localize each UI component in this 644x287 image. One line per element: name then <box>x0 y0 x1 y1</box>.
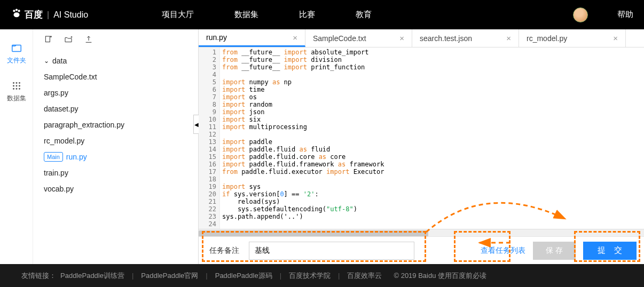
nav-contest[interactable]: 比赛 <box>299 10 315 20</box>
file-label: args.py <box>44 89 68 97</box>
file-train[interactable]: train.py <box>33 165 198 181</box>
folder-data[interactable]: ⌄ data <box>33 53 198 69</box>
nav-help[interactable]: 帮助 <box>617 10 633 20</box>
svg-point-9 <box>15 85 17 87</box>
editor-area: ◀ run.py× SampleCode.txt× search.test.js… <box>199 29 644 264</box>
file-dataset[interactable]: dataset.py <box>33 101 198 117</box>
svg-rect-14 <box>45 36 50 42</box>
editor-tabs: run.py× SampleCode.txt× search.test.json… <box>199 29 644 47</box>
footer-link-3[interactable]: PaddlePaddle源码 <box>215 271 272 281</box>
rail-files-label: 文件夹 <box>7 56 26 65</box>
file-run[interactable]: Main run.py <box>33 149 198 165</box>
task-note-label: 任务备注 <box>209 246 239 256</box>
tab-label: run.py <box>206 33 227 42</box>
collapse-handle[interactable]: ◀ <box>193 115 199 134</box>
submit-button[interactable]: 提 交 <box>583 242 637 260</box>
nav-edu[interactable]: 教育 <box>356 10 372 20</box>
file-args[interactable]: args.py <box>33 85 198 101</box>
file-label: run.py <box>66 153 87 161</box>
tab-search[interactable]: search.test.json× <box>412 29 519 47</box>
svg-point-3 <box>14 12 20 17</box>
tab-label: rc_model.py <box>527 34 567 43</box>
file-tree: ⌄ data SampleCode.txt args.py dataset.py… <box>33 51 198 199</box>
footer-link-4[interactable]: 百度技术学院 <box>289 271 331 281</box>
file-label: paragraph_extraction.py <box>44 121 124 129</box>
close-icon[interactable]: × <box>613 34 618 43</box>
top-nav: 百度 | AI Studio 项目大厅 数据集 比赛 教育 帮助 <box>0 0 644 29</box>
file-rc[interactable]: rc_model.py <box>33 133 198 149</box>
save-button[interactable]: 保 存 <box>533 242 576 260</box>
studio-text: AI Studio <box>53 10 88 20</box>
file-para[interactable]: paragraph_extraction.py <box>33 117 198 133</box>
close-icon[interactable]: × <box>506 34 511 43</box>
tab-label: SampleCode.txt <box>313 34 366 43</box>
footer-link-5[interactable]: 百度效率云 <box>347 271 382 281</box>
svg-point-11 <box>13 88 14 90</box>
file-label: dataset.py <box>44 105 78 113</box>
rail-files[interactable]: 文件夹 <box>7 42 26 65</box>
svg-point-10 <box>19 85 20 87</box>
action-bar: 任务备注 查看任务列表 保 存 提 交 <box>199 236 644 264</box>
close-icon[interactable]: × <box>293 33 297 42</box>
nav-datasets[interactable]: 数据集 <box>234 10 258 20</box>
svg-point-6 <box>15 82 17 84</box>
main-area: 文件夹 数据集 ⌄ data SampleCode.txt args.py da… <box>0 29 644 264</box>
tab-label: search.test.json <box>420 34 472 43</box>
svg-point-7 <box>19 82 20 84</box>
code-lines[interactable]: from __future__ import absolute_importfr… <box>220 47 644 229</box>
new-file-icon[interactable] <box>44 35 52 45</box>
svg-point-5 <box>13 82 14 84</box>
file-label: rc_model.py <box>44 137 84 145</box>
rail-datasets[interactable]: 数据集 <box>7 80 26 103</box>
code-editor[interactable]: 123456789101112131415161718192021222324 … <box>199 47 644 229</box>
close-icon[interactable]: × <box>399 34 404 43</box>
tab-run[interactable]: run.py× <box>199 29 305 47</box>
file-label: train.py <box>44 169 68 177</box>
tab-rc[interactable]: rc_model.py× <box>519 29 626 47</box>
view-tasks-link[interactable]: 查看任务列表 <box>481 246 525 256</box>
footer: 友情链接： PaddlePaddle训练营| PaddlePaddle官网| P… <box>0 264 644 287</box>
chevron-down-icon: ⌄ <box>44 57 49 65</box>
footer-link-2[interactable]: PaddlePaddle官网 <box>141 271 198 281</box>
file-toolbar <box>33 29 198 51</box>
main-tag: Main <box>44 152 63 162</box>
tab-sample[interactable]: SampleCode.txt× <box>305 29 412 47</box>
file-panel: ⌄ data SampleCode.txt args.py dataset.py… <box>33 29 199 264</box>
upload-icon[interactable] <box>84 35 93 45</box>
svg-point-1 <box>15 9 18 11</box>
h-scrollbar[interactable] <box>199 229 644 236</box>
icon-rail: 文件夹 数据集 <box>0 29 33 264</box>
baidu-logo: 百度 <box>11 7 43 22</box>
file-vocab[interactable]: vocab.py <box>33 181 198 197</box>
file-label: vocab.py <box>44 185 74 193</box>
paw-icon <box>11 7 22 22</box>
svg-point-2 <box>18 10 20 12</box>
footer-link-1[interactable]: PaddlePaddle训练营 <box>60 271 124 281</box>
task-note-input[interactable] <box>249 242 414 260</box>
file-sample[interactable]: SampleCode.txt <box>33 69 198 85</box>
line-gutter: 123456789101112131415161718192021222324 <box>199 47 220 229</box>
svg-point-0 <box>13 10 15 12</box>
footer-copy: © 2019 Baidu 使用百度前必读 <box>394 271 486 281</box>
nav-links: 项目大厅 数据集 比赛 教育 <box>136 10 387 20</box>
new-folder-icon[interactable] <box>64 35 73 45</box>
file-label: SampleCode.txt <box>44 73 97 81</box>
brand-logo[interactable]: 百度 | AI Studio <box>11 7 88 22</box>
svg-point-8 <box>13 85 14 87</box>
svg-point-12 <box>15 88 17 90</box>
baidu-text: 百度 <box>25 9 43 21</box>
rail-datasets-label: 数据集 <box>7 94 26 103</box>
nav-lobby[interactable]: 项目大厅 <box>162 10 194 20</box>
folder-label: data <box>52 57 67 65</box>
avatar[interactable] <box>573 7 588 22</box>
footer-prefix: 友情链接： <box>21 271 56 281</box>
svg-point-13 <box>19 88 20 90</box>
